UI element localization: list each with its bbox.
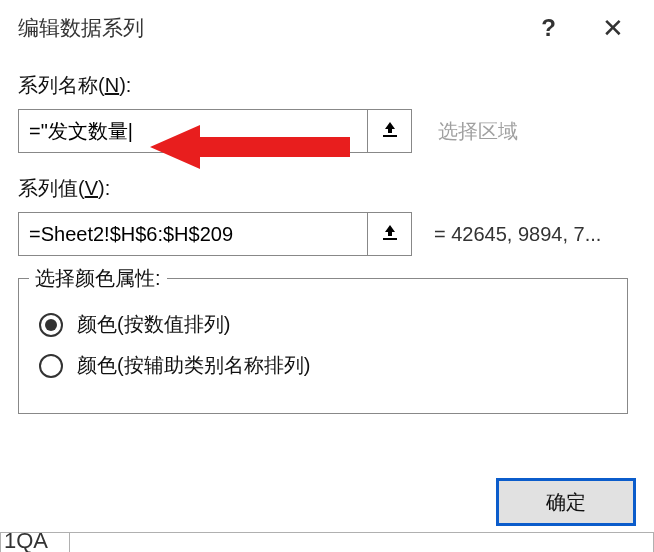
series-values-label: 系列值(V):: [18, 175, 636, 202]
series-name-row: 选择区域: [18, 109, 636, 153]
help-icon[interactable]: ?: [541, 14, 556, 42]
series-name-hint: 选择区域: [438, 118, 518, 145]
radio-by-category-label: 颜色(按辅助类别名称排列): [77, 352, 310, 379]
series-values-input[interactable]: [18, 212, 368, 256]
series-values-preview: = 42645, 9894, 7...: [434, 223, 601, 246]
radio-icon: [39, 354, 63, 378]
radio-icon: [39, 313, 63, 337]
series-values-range-picker[interactable]: [368, 212, 412, 256]
footer-partial-text: 1QA: [4, 528, 48, 552]
series-name-accel: N: [105, 74, 119, 96]
button-bar: 确定: [496, 478, 636, 526]
radio-by-category[interactable]: 颜色(按辅助类别名称排列): [39, 352, 607, 379]
titlebar: 编辑数据系列 ? ✕: [0, 0, 654, 52]
svg-rect-0: [383, 135, 397, 137]
range-picker-icon: [380, 119, 400, 144]
ok-button[interactable]: 确定: [496, 478, 636, 526]
footer-bar: 1QA: [0, 532, 654, 552]
range-picker-icon: [380, 222, 400, 247]
dialog-content: 系列名称(N): 选择区域 系列值(V): = 42645, 9894, 7..…: [0, 52, 654, 414]
color-groupbox-legend: 选择颜色属性:: [29, 265, 167, 292]
dialog-title: 编辑数据系列: [18, 14, 541, 42]
series-values-label-pre: 系列值(: [18, 177, 85, 199]
series-name-input[interactable]: [18, 109, 368, 153]
svg-rect-1: [383, 238, 397, 240]
footer-cell: [70, 532, 654, 552]
radio-by-value-label: 颜色(按数值排列): [77, 311, 230, 338]
series-name-label-pre: 系列名称(: [18, 74, 105, 96]
close-icon[interactable]: ✕: [602, 13, 624, 44]
series-name-label-post: ):: [119, 74, 131, 96]
series-values-accel: V: [85, 177, 98, 199]
series-values-label-post: ):: [98, 177, 110, 199]
series-name-range-picker[interactable]: [368, 109, 412, 153]
series-values-row: = 42645, 9894, 7...: [18, 212, 636, 256]
series-name-label: 系列名称(N):: [18, 72, 636, 99]
radio-by-value[interactable]: 颜色(按数值排列): [39, 311, 607, 338]
color-groupbox: 选择颜色属性: 颜色(按数值排列) 颜色(按辅助类别名称排列): [18, 278, 628, 414]
